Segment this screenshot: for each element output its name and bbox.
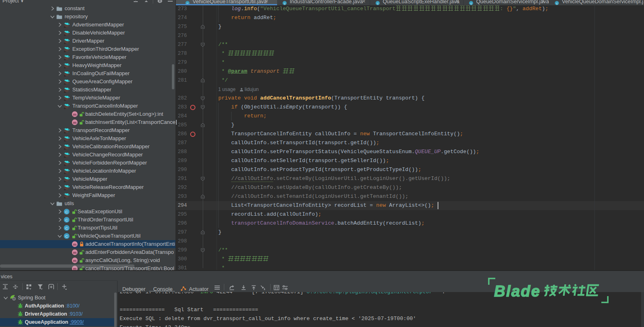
svg-text:C: C: [65, 226, 68, 230]
svg-text:Blade: Blade: [494, 283, 540, 300]
svg-text:c: c: [284, 2, 286, 5]
svg-text:c: c: [471, 2, 472, 5]
svg-text:m: m: [73, 250, 76, 255]
svg-text:m: m: [73, 242, 76, 247]
svg-text:C: C: [65, 218, 68, 222]
svg-text:m: m: [73, 112, 76, 117]
svg-text:m: m: [73, 120, 76, 125]
svg-text:m: m: [73, 258, 76, 263]
svg-text:c: c: [556, 2, 558, 5]
svg-text:c: c: [377, 2, 379, 5]
svg-text:C: C: [65, 210, 68, 214]
svg-text:C: C: [65, 234, 68, 238]
